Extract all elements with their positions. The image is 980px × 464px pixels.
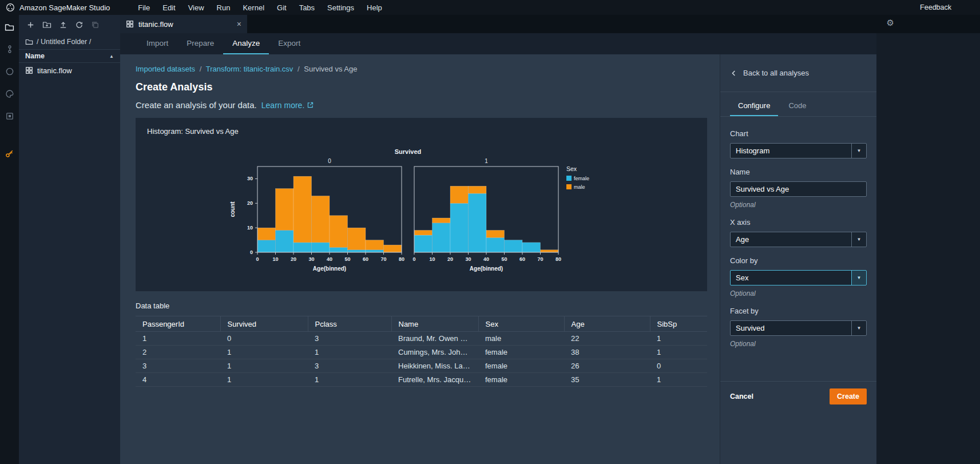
flow-file-icon [25, 66, 33, 74]
config-tabs: Configure Code [720, 92, 876, 117]
flow-file-icon [126, 20, 134, 28]
sort-ascending-icon: ▲ [109, 54, 114, 59]
svg-text:0: 0 [412, 256, 415, 262]
data-wrangler-icon[interactable] [3, 147, 16, 160]
breadcrumb-imported-datasets[interactable]: Imported datasets [136, 65, 195, 73]
main-area: titanic.flow × ⚙ Import Prepare Analyze … [120, 15, 980, 464]
folder-icon [25, 38, 33, 46]
menu-file[interactable]: File [132, 3, 156, 12]
svg-text:70: 70 [380, 256, 386, 262]
optional-note: Optional [730, 340, 867, 348]
file-browser-icon[interactable] [3, 21, 16, 33]
breadcrumb-current: Survived vs Age [304, 65, 357, 73]
table-header-row: PassengerId Survived Pclass Name Sex Age… [136, 316, 707, 332]
create-button[interactable]: Create [830, 388, 867, 404]
menu-items: File Edit View Run Kernel Git Tabs Setti… [132, 3, 388, 12]
flow-panel: Import Prepare Analyze Export Imported d… [120, 33, 876, 464]
gear-icon[interactable]: ⚙ [887, 18, 894, 28]
menu-run[interactable]: Run [211, 3, 237, 12]
svg-text:30: 30 [308, 256, 314, 262]
svg-text:30: 30 [465, 256, 471, 262]
svg-text:10: 10 [429, 256, 435, 262]
breadcrumb-separator: / [197, 65, 204, 73]
tab-prepare[interactable]: Prepare [177, 33, 223, 54]
upload-icon[interactable] [59, 21, 68, 29]
tab-analyze[interactable]: Analyze [223, 33, 269, 54]
new-folder-icon[interactable] [42, 20, 51, 29]
chart-select[interactable]: Histogram ▼ [730, 143, 867, 158]
app-title: Amazon SageMaker Studio [19, 3, 110, 12]
subtitle-row: Create an analysis of your data. Learn m… [136, 100, 707, 110]
menu-settings[interactable]: Settings [321, 3, 360, 12]
cancel-button[interactable]: Cancel [730, 392, 753, 400]
analysis-config-panel: Back to all analyses Configure Code Char… [720, 54, 876, 464]
color-by-select[interactable]: Sex ▼ [730, 270, 867, 285]
svg-text:20: 20 [447, 256, 453, 262]
svg-text:Age(binned): Age(binned) [469, 265, 502, 272]
data-table: PassengerId Survived Pclass Name Sex Age… [136, 316, 707, 387]
name-field-label: Name [730, 168, 867, 176]
file-browser-panel: / Untitled Folder / Name ▲ titanic.flow [19, 15, 120, 464]
back-to-analyses-link[interactable]: Back to all analyses [720, 54, 876, 92]
extensions-icon[interactable] [3, 110, 16, 122]
svg-text:60: 60 [519, 256, 525, 262]
menu-kernel[interactable]: Kernel [236, 3, 271, 12]
tab-export[interactable]: Export [269, 33, 310, 54]
flow-subnav: Import Prepare Analyze Export [120, 33, 876, 54]
column-header-pclass: Pclass [308, 316, 391, 332]
histogram-chart: Survived001020304050607080Age(binned)101… [225, 146, 618, 279]
analyze-content: Imported datasets / Transform: titanic-t… [120, 54, 720, 464]
file-item-titanic-flow[interactable]: titanic.flow [19, 63, 120, 78]
menu-edit[interactable]: Edit [156, 3, 181, 12]
column-header-name: Name [391, 316, 478, 332]
breadcrumb: Imported datasets / Transform: titanic-t… [136, 65, 707, 73]
tab-code[interactable]: Code [780, 101, 814, 116]
tab-titanic-flow[interactable]: titanic.flow × [120, 15, 247, 33]
name-field[interactable] [730, 181, 867, 197]
tab-import[interactable]: Import [137, 33, 177, 54]
svg-text:40: 40 [483, 256, 489, 262]
table-row: 4 1 1 Futrelle, Mrs. Jacques H… female 3… [136, 373, 707, 387]
menu-view[interactable]: View [182, 3, 211, 12]
column-header-passengerid: PassengerId [136, 316, 220, 332]
chevron-down-icon: ▼ [851, 232, 866, 247]
svg-text:count: count [229, 201, 236, 217]
facet-by-select[interactable]: Survived ▼ [730, 320, 867, 336]
optional-note: Optional [730, 289, 867, 298]
page-title: Create Analysis [136, 81, 707, 93]
new-launcher-icon[interactable] [26, 21, 35, 29]
column-header-survived: Survived [220, 316, 308, 332]
svg-text:60: 60 [362, 256, 368, 262]
running-kernels-icon[interactable] [3, 65, 16, 78]
tab-configure[interactable]: Configure [730, 101, 778, 116]
breadcrumb-transform[interactable]: Transform: titanic-train.csv [206, 65, 293, 73]
refresh-icon[interactable] [75, 21, 84, 29]
svg-text:50: 50 [344, 256, 350, 262]
config-footer: Cancel Create [720, 381, 876, 411]
svg-text:50: 50 [501, 256, 507, 262]
file-browser-breadcrumb[interactable]: / Untitled Folder / [19, 34, 120, 49]
menu-git[interactable]: Git [271, 3, 293, 12]
flow-body: Imported datasets / Transform: titanic-t… [120, 54, 876, 464]
svg-text:male: male [574, 184, 585, 190]
svg-text:10: 10 [272, 256, 278, 262]
close-tab-icon[interactable]: × [237, 20, 241, 28]
svg-text:1: 1 [485, 158, 488, 164]
chevron-down-icon: ▼ [851, 271, 866, 285]
chevron-down-icon: ▼ [851, 144, 866, 158]
learn-more-link[interactable]: Learn more. [261, 101, 314, 110]
menu-help[interactable]: Help [360, 3, 388, 12]
app-window: Amazon SageMaker Studio File Edit View R… [0, 0, 980, 464]
chart-field-label: Chart [730, 129, 867, 138]
name-column-header[interactable]: Name ▲ [19, 49, 120, 63]
menu-tabs[interactable]: Tabs [293, 3, 321, 12]
x-axis-select[interactable]: Age ▼ [730, 232, 867, 247]
svg-text:female: female [574, 176, 589, 181]
svg-text:30: 30 [247, 176, 252, 181]
data-table-label: Data table [136, 302, 707, 310]
commands-palette-icon[interactable] [3, 88, 16, 100]
clone-icon[interactable] [91, 21, 100, 29]
breadcrumb-path: / Untitled Folder / [37, 38, 91, 46]
feedback-link[interactable]: Feedback [920, 3, 951, 11]
git-commit-icon[interactable] [3, 43, 16, 55]
